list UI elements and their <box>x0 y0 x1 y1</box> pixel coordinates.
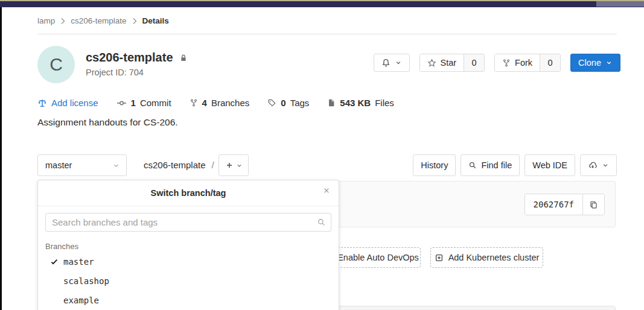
chevron-down-icon <box>602 162 609 169</box>
add-kubernetes-cluster-button[interactable]: Add Kubernetes cluster <box>430 247 543 268</box>
fork-icon <box>502 59 511 68</box>
dropdown-title: Switch branch/tag <box>151 188 226 198</box>
tags-stat[interactable]: 0 Tags <box>267 98 309 108</box>
file-path-breadcrumb: cs206-template / <box>144 160 214 170</box>
branch-icon <box>190 98 198 107</box>
clone-label: Clone <box>578 58 601 68</box>
fork-count[interactable]: 0 <box>540 54 560 71</box>
files-label: Files <box>375 98 394 108</box>
branch-selector[interactable]: master <box>37 154 127 176</box>
files-size: 543 KB <box>340 98 371 108</box>
commit-sha-group: 2062767f <box>524 194 605 215</box>
web-ide-button[interactable]: Web IDE <box>524 154 575 176</box>
enable-auto-devops-button[interactable]: Enable Auto DevOps <box>336 247 421 268</box>
history-button[interactable]: History <box>413 154 456 176</box>
project-actions: Star 0 Fork 0 Clone <box>374 54 620 72</box>
commits-label: Commit <box>140 98 171 108</box>
commits-count: 1 <box>131 98 136 108</box>
branch-search-input[interactable] <box>45 213 331 232</box>
breadcrumb-current: Details <box>142 16 169 25</box>
web-ide-label: Web IDE <box>532 160 567 170</box>
search-icon <box>468 161 477 169</box>
project-stats: Add license 1 Commit 4 Branches 0 Tags <box>37 98 394 108</box>
branches-section-label: Branches <box>45 242 339 251</box>
breadcrumb-group-link[interactable]: lamp <box>37 16 55 25</box>
branches-label: Branches <box>211 98 249 108</box>
check-icon <box>50 258 63 266</box>
bell-icon <box>381 59 391 68</box>
branch-item-scalashop[interactable]: scalashop <box>38 271 339 291</box>
copy-commit-sha-button[interactable] <box>582 194 604 215</box>
branches-stat[interactable]: 4 Branches <box>190 98 250 108</box>
find-file-button[interactable]: Find file <box>461 154 520 176</box>
chevron-right-icon <box>132 17 137 25</box>
path-separator: / <box>212 160 214 170</box>
star-label: Star <box>441 58 457 68</box>
project-description: Assignment handouts for CS-206. <box>37 117 178 128</box>
chevron-down-icon <box>395 59 402 66</box>
chevron-down-icon <box>112 162 120 169</box>
enable-auto-devops-label: Enable Auto DevOps <box>337 253 419 262</box>
clone-button[interactable]: Clone <box>570 54 620 72</box>
breadcrumb-project-link[interactable]: cs206-template <box>71 16 126 25</box>
chevron-down-icon <box>605 59 613 66</box>
project-avatar: C <box>37 46 75 83</box>
branch-item-master[interactable]: master <box>38 252 339 271</box>
history-label: History <box>421 160 448 170</box>
fork-label: Fork <box>515 58 532 68</box>
fork-button-group: Fork 0 <box>494 54 561 72</box>
path-project-link[interactable]: cs206-template <box>144 160 206 170</box>
branch-selected-label: master <box>45 160 72 170</box>
project-title: cs206-template <box>86 51 173 65</box>
add-kubernetes-cluster-label: Add Kubernetes cluster <box>448 253 540 262</box>
gitlab-project-page: lamp cs206-template Details C cs206-temp… <box>0 0 644 310</box>
find-file-label: Find file <box>481 160 512 170</box>
tags-count: 0 <box>281 98 285 108</box>
file-icon <box>327 98 336 107</box>
search-icon <box>317 218 326 227</box>
breadcrumb: lamp cs206-template Details <box>37 16 169 25</box>
close-icon[interactable] <box>323 187 330 194</box>
branch-name: scalashop <box>63 276 109 286</box>
download-dropdown-button[interactable] <box>580 154 617 176</box>
tree-action-buttons: History Find file Web IDE <box>413 154 617 176</box>
cloud-download-icon <box>588 161 598 170</box>
branches-count: 4 <box>202 98 207 108</box>
star-count[interactable]: 0 <box>464 54 484 71</box>
commit-icon <box>116 98 127 108</box>
project-id: Project ID: 704 <box>86 68 144 77</box>
star-button[interactable]: Star <box>420 54 464 71</box>
branch-search-wrap <box>45 213 331 232</box>
plus-square-icon <box>435 253 444 262</box>
branch-name: example <box>63 296 99 305</box>
left-sidebar-edge <box>0 7 2 310</box>
fork-button[interactable]: Fork <box>495 54 540 71</box>
star-icon <box>427 59 436 68</box>
copy-icon <box>589 200 598 209</box>
star-button-group: Star 0 <box>419 54 485 72</box>
navbar-search-box[interactable] <box>596 1 644 7</box>
plus-icon <box>225 161 234 169</box>
commits-stat[interactable]: 1 Commit <box>116 98 171 108</box>
files-stat[interactable]: 543 KB Files <box>327 98 394 108</box>
breadcrumb-divider <box>37 34 617 34</box>
branch-name: master <box>63 257 94 267</box>
add-file-dropdown-button[interactable] <box>218 154 249 176</box>
lock-icon <box>179 54 188 62</box>
scale-icon <box>37 98 47 108</box>
top-navbar <box>0 1 644 7</box>
add-license-label: Add license <box>51 98 98 108</box>
notifications-dropdown-button[interactable] <box>374 54 410 72</box>
dropdown-header: Switch branch/tag <box>38 180 339 206</box>
commit-sha: 2062767f <box>525 194 582 215</box>
switch-branch-dropdown: Switch branch/tag Branches master scalas… <box>37 180 339 310</box>
add-license-link[interactable]: Add license <box>37 98 98 108</box>
tags-label: Tags <box>290 98 310 108</box>
chevron-right-icon <box>60 17 65 25</box>
tag-icon <box>267 98 276 107</box>
branch-item-example[interactable]: example <box>38 291 339 310</box>
chevron-down-icon <box>236 162 243 169</box>
